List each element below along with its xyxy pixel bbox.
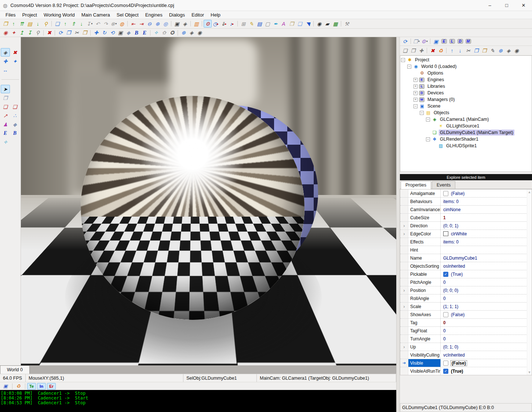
camera-node-icon[interactable]: ◈: [504, 47, 513, 54]
TurnAngle[interactable]: TurnAngle 0: [400, 335, 532, 343]
Amalgamate[interactable]: Amalgamate (False): [400, 189, 532, 198]
menu-item[interactable]: Project: [19, 11, 40, 18]
object-run-icon[interactable]: ◉: [1, 29, 10, 37]
cadencer-run-icon[interactable]: ◷: [212, 20, 220, 28]
load-world-icon[interactable]: ↑: [61, 20, 69, 28]
tree-item-gldummycube1[interactable]: ❏ GLDummyCube1 (MainCam Target): [400, 129, 532, 136]
log-console[interactable]: [8:03:08 PM] Cadencer1 -> Stop [8:04:26 …: [0, 390, 396, 412]
Effects[interactable]: Effects items: 0: [400, 238, 532, 246]
paint-bucket2-icon[interactable]: ◆: [10, 120, 19, 129]
tree-item-managers[interactable]: + M Managers (0): [400, 96, 532, 103]
scene-monitor-icon[interactable]: ▣: [432, 37, 440, 45]
tree-refresh-icon[interactable]: ⟳: [401, 37, 409, 45]
property-name[interactable]: Visible: [408, 359, 441, 367]
property-name[interactable]: Pickable: [408, 270, 441, 278]
refresh-icon[interactable]: ⟳: [57, 29, 65, 37]
property-name[interactable]: EdgeColor: [408, 230, 441, 238]
cube-blue-icon[interactable]: ❑: [296, 20, 304, 28]
world-delete-icon[interactable]: ◍: [118, 20, 126, 28]
video-card-icon[interactable]: ▦: [331, 20, 339, 28]
rotate-dots-icon[interactable]: ∴: [10, 111, 19, 120]
db-devices-icon[interactable]: D: [456, 37, 464, 45]
Scale[interactable]: Scale (1; 1; 1): [400, 303, 532, 311]
object-save-icon[interactable]: ↧: [26, 29, 34, 37]
db-engines-icon[interactable]: E: [440, 37, 448, 45]
scroll-up-icon[interactable]: ▲: [528, 190, 531, 194]
zoom-fit-icon[interactable]: ▣: [173, 20, 181, 28]
tree-expand-toggle[interactable]: −: [426, 137, 430, 141]
tree-expand-toggle[interactable]: +: [413, 84, 418, 88]
checkbox[interactable]: [443, 312, 448, 317]
property-name[interactable]: Scale: [408, 303, 441, 310]
menu-item[interactable]: Main Camera: [78, 11, 113, 18]
gui-editor-icon[interactable]: ▢: [263, 20, 272, 28]
PitchAngle[interactable]: PitchAngle 0: [400, 278, 532, 286]
new-world-icon[interactable]: ❏: [53, 20, 61, 28]
property-value[interactable]: GLDummyCube1: [441, 254, 532, 262]
menu-item[interactable]: Editor: [188, 11, 207, 18]
pen-editor-icon[interactable]: ✒: [272, 20, 280, 28]
property-name[interactable]: Name: [408, 254, 441, 262]
property-value[interactable]: (1; 1; 1): [441, 303, 532, 310]
wand-add-icon[interactable]: ✩: [160, 29, 168, 37]
property-name[interactable]: ObjectsSorting: [408, 262, 441, 270]
panel-splitter[interactable]: [396, 37, 400, 412]
bold-b-icon[interactable]: B: [132, 29, 141, 37]
tree-item-options[interactable]: ⚙ Options: [400, 70, 532, 76]
tab-world0[interactable]: World 0: [0, 365, 30, 374]
tree-item-engines[interactable]: + E Engines: [400, 76, 532, 83]
delete-object-icon[interactable]: ✖: [45, 29, 53, 37]
zoom-out-icon[interactable]: ⊖: [145, 20, 153, 28]
close-button[interactable]: ✕: [515, 0, 532, 11]
cube-copy-icon[interactable]: ❐: [1, 94, 10, 102]
Up[interactable]: Up (0; 1; 0): [400, 343, 532, 351]
avatar-icon[interactable]: ♟: [1, 120, 10, 129]
world-close-icon[interactable]: ⊗: [110, 20, 118, 28]
project-tree[interactable]: − ✱ Project − ◉ World 0 (Loaded) ⚙ Optio…: [400, 55, 532, 172]
property-name[interactable]: Amalgamate: [408, 189, 441, 197]
property-value[interactable]: items: 0: [441, 238, 532, 246]
db-libraries-icon[interactable]: L: [448, 37, 456, 45]
property-name[interactable]: Direction: [408, 222, 441, 230]
property-name[interactable]: RollAngle: [408, 294, 441, 302]
material-editor-icon[interactable]: ✎: [247, 20, 255, 28]
cut-icon[interactable]: ✂: [73, 29, 81, 37]
rotate-free-icon[interactable]: ⟲: [108, 29, 116, 37]
world-forward-icon[interactable]: ↷: [102, 20, 110, 28]
menu-item[interactable]: Working World: [40, 11, 78, 18]
property-grid[interactable]: Amalgamate (False) Behaviours: [400, 189, 532, 375]
wand2-icon[interactable]: ✧: [1, 138, 10, 146]
tree-expand-toggle[interactable]: −: [401, 58, 405, 62]
package-icon[interactable]: ❒: [288, 20, 296, 28]
target-world-icon[interactable]: ⊕: [179, 29, 187, 37]
tree-item-objects[interactable]: − ▤ Objects: [400, 109, 532, 116]
object-find-icon[interactable]: ⚲: [34, 29, 42, 37]
property-value[interactable]: 0: [441, 278, 532, 286]
eye-icon[interactable]: ◉: [196, 29, 204, 37]
copy-gear-icon[interactable]: ⚙: [420, 37, 429, 45]
tree-expand-toggle[interactable]: +: [413, 98, 418, 102]
save-project-icon[interactable]: ▤: [26, 20, 34, 28]
wand-icon[interactable]: ✧: [152, 29, 160, 37]
tree-item-world0[interactable]: − ◉ World 0 (Loaded): [400, 63, 532, 70]
property-name[interactable]: CubeSize: [408, 214, 441, 221]
log-filter-text-button[interactable]: Te: [27, 383, 36, 390]
Hint[interactable]: Hint: [400, 246, 532, 254]
property-name[interactable]: Position: [408, 286, 441, 294]
property-value[interactable]: [441, 246, 532, 254]
Position[interactable]: Position (0; 0; 0): [400, 286, 532, 294]
avatar-load-icon[interactable]: ✦: [10, 29, 18, 37]
title-bar[interactable]: ◍ Cosmos4D Version 8.92 Project: D:\aaPr…: [0, 0, 532, 11]
target-node-icon[interactable]: ⊕: [496, 47, 504, 54]
cam-move-icon[interactable]: ✚: [1, 57, 10, 65]
VisibleAtRunTim[interactable]: VisibleAtRunTim (True): [400, 367, 532, 375]
property-value[interactable]: 0: [441, 335, 532, 343]
new-project-icon[interactable]: ❐: [1, 20, 10, 28]
property-name[interactable]: CamInvarianceM: [408, 206, 441, 213]
property-value[interactable]: 1: [441, 214, 532, 221]
reload-world-icon[interactable]: ⇑: [69, 20, 77, 28]
world-back-icon[interactable]: ↶: [94, 20, 102, 28]
find-project-icon[interactable]: ⚲: [42, 20, 50, 28]
e-letter-icon[interactable]: E: [1, 129, 10, 137]
property-value[interactable]: 0: [441, 319, 532, 326]
